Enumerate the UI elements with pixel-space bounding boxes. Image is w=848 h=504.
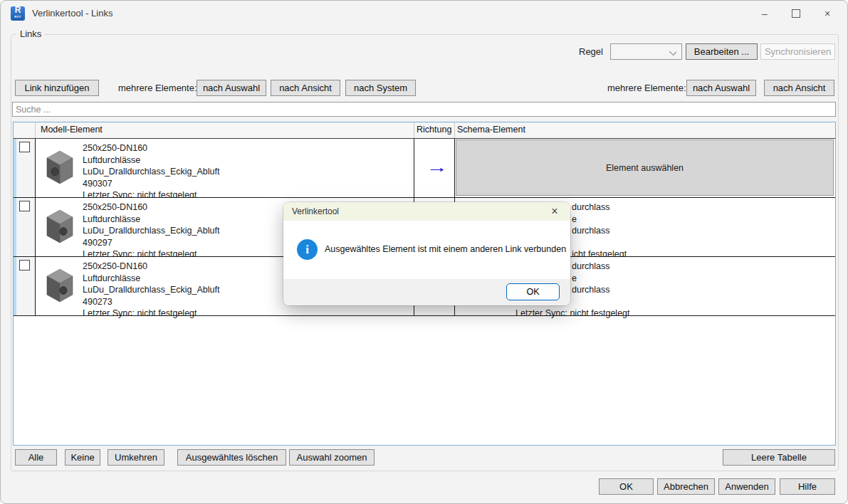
close-button[interactable]: ×: [812, 3, 843, 24]
dialog-body: i Ausgewähltes Element ist mit einem and…: [283, 221, 570, 279]
checkbox-cell: [16, 139, 36, 197]
dialog-message: Ausgewähltes Element ist mit einem ander…: [325, 244, 566, 254]
nach-auswahl-button-right[interactable]: nach Auswahl: [686, 80, 756, 96]
column-header-schema-element[interactable]: Schema-Element: [457, 125, 525, 135]
checkbox-cell: [16, 198, 36, 256]
element-auswaehlen-button[interactable]: Element auswählen: [456, 140, 834, 196]
schema-element-cell: Element auswählen: [455, 139, 835, 197]
cube-icon: [45, 148, 75, 187]
nach-system-button[interactable]: nach System: [345, 80, 416, 96]
close-icon: ×: [551, 205, 558, 218]
link-hinzufuegen-button[interactable]: Link hinzufügen: [15, 80, 99, 96]
message-dialog: Verlinkertool × i Ausgewähltes Element i…: [283, 202, 570, 305]
schema-text-fragment: e: [572, 273, 577, 285]
title-bar: R RVT Verlinkertool - Links – ×: [1, 1, 847, 26]
schema-text-fragment: durchlass: [572, 201, 610, 214]
minimize-button[interactable]: –: [749, 3, 780, 24]
cube-icon: [45, 207, 75, 246]
nach-ansicht-button-right[interactable]: nach Ansicht: [764, 80, 834, 96]
schema-text-fragment: durchlass: [572, 261, 610, 273]
bearbeiten-button[interactable]: Bearbeiten ...: [686, 43, 758, 60]
dialog-footer: OK: [283, 279, 570, 305]
schema-text-fragment: Letzter Sync: nicht festgelegt: [515, 308, 630, 320]
mehrere-elemente-label-left: mehrere Elemente:: [118, 83, 197, 93]
row-checkbox[interactable]: [19, 142, 30, 152]
nach-auswahl-button-left[interactable]: nach Auswahl: [197, 80, 266, 96]
revit-icon-sub: RVT: [14, 14, 21, 21]
synchronisieren-button: Synchronisieren: [760, 43, 835, 60]
search-input[interactable]: [12, 102, 836, 117]
maximize-icon: [792, 9, 800, 18]
table-header: Modell-Element Richtung Schema-Element: [14, 122, 835, 139]
nach-ansicht-button-left[interactable]: nach Ansicht: [271, 80, 340, 96]
table-row[interactable]: 250x250-DN160 Luftdurchlässe LuDu_Dralld…: [14, 139, 835, 198]
row-checkbox[interactable]: [19, 260, 30, 271]
column-header-modell-element[interactable]: Modell-Element: [41, 125, 103, 135]
dialog-ok-button[interactable]: OK: [506, 283, 560, 300]
ausgewaehltes-loeschen-button[interactable]: Ausgewähltes löschen: [177, 449, 286, 466]
window-title: Verlinkertool - Links: [32, 8, 112, 19]
dialog-title-bar: Verlinkertool ×: [283, 202, 570, 221]
dialog-title: Verlinkertool: [292, 206, 339, 216]
chevron-down-icon: [669, 48, 676, 56]
ok-button[interactable]: OK: [599, 478, 654, 495]
model-element-text: 250x250-DN160 Luftdurchlässe LuDu_Dralld…: [83, 142, 219, 201]
info-icon: i: [297, 239, 318, 260]
hilfe-button[interactable]: Hilfe: [780, 478, 835, 495]
minimize-icon: –: [762, 8, 768, 19]
links-group-label: Links: [16, 28, 45, 39]
keine-button[interactable]: Keine: [65, 449, 100, 466]
column-header-richtung[interactable]: Richtung: [417, 125, 451, 135]
regel-dropdown[interactable]: [610, 43, 682, 60]
leere-tabelle-button[interactable]: Leere Tabelle: [723, 449, 835, 466]
alle-button[interactable]: Alle: [15, 449, 57, 466]
schema-text-fragment: durchlass: [572, 284, 610, 296]
maximize-button[interactable]: [780, 3, 812, 24]
model-element-text: 250x250-DN160 Luftdurchlässe LuDu_Dralld…: [83, 261, 219, 320]
row-checkbox[interactable]: [19, 201, 30, 211]
cube-icon: [45, 266, 75, 305]
schema-text-fragment: e: [572, 214, 577, 226]
dialog-close-button[interactable]: ×: [548, 204, 562, 219]
close-icon: ×: [825, 8, 830, 19]
revit-icon-letter: R: [15, 6, 21, 14]
model-element-text: 250x250-DN160 Luftdurchlässe LuDu_Dralld…: [83, 201, 219, 261]
mehrere-elemente-label-right: mehrere Elemente:: [607, 83, 686, 93]
umkehren-button[interactable]: Umkehren: [108, 449, 164, 466]
abbrechen-button[interactable]: Abbrechen: [657, 478, 715, 495]
app-window: R RVT Verlinkertool - Links – × Links Re…: [0, 0, 848, 504]
regel-label: Regel: [579, 46, 603, 57]
anwenden-button[interactable]: Anwenden: [718, 478, 775, 495]
schema-text-fragment: durchlass: [572, 225, 610, 237]
revit-icon: R RVT: [11, 6, 25, 21]
checkbox-cell: [16, 257, 36, 315]
auswahl-zoomen-button[interactable]: Auswahl zoomen: [289, 449, 375, 466]
